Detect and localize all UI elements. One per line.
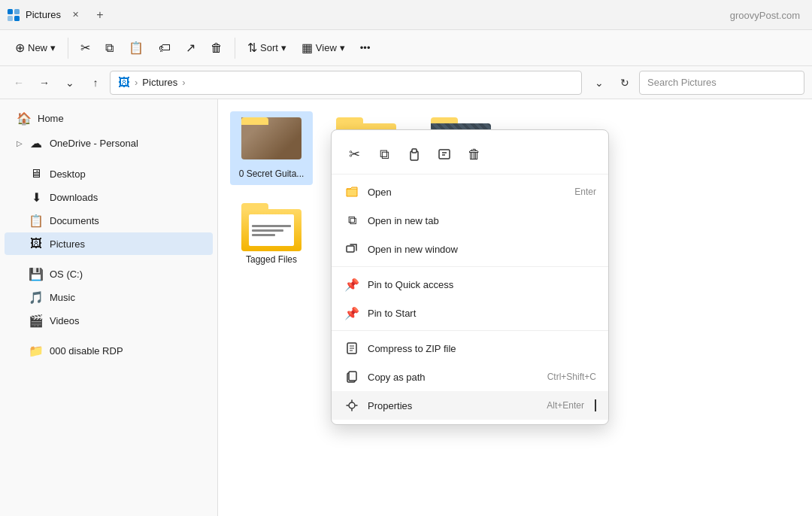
sidebar-item-music[interactable]: 🎵 Music 📌 (5, 286, 213, 308)
ctx-copy-path[interactable]: Copy as path Ctrl+Shift+C (332, 363, 608, 391)
ctx-pin-start[interactable]: 📌 Pin to Start (332, 299, 608, 327)
documents-icon: 📋 (29, 213, 44, 228)
ctx-open-shortcut: Enter (574, 187, 596, 197)
svg-rect-15 (349, 372, 356, 381)
ctx-open-new-window-label: Open in new window (368, 244, 596, 255)
context-menu-icon-row: ✂ ⧉ 🗑 (332, 135, 608, 175)
paste-button[interactable]: 📋 (123, 37, 150, 59)
ctx-delete-button[interactable]: 🗑 (461, 141, 488, 168)
sidebar-documents-label: Documents (50, 215, 183, 226)
file-item-guitar[interactable]: 0 Secret Guita... (230, 111, 313, 185)
copy-button[interactable]: ⧉ (99, 38, 120, 59)
ctx-open-new-tab-icon: ⧉ (344, 212, 360, 229)
divider-2 (235, 38, 235, 59)
svg-rect-6 (439, 150, 450, 159)
tab: Pictures ✕ (6, 8, 86, 23)
delete-icon: 🗑 (211, 41, 223, 55)
sidebar-item-home[interactable]: 🏠 Home (5, 106, 213, 130)
context-menu: ✂ ⧉ 🗑 Open Enter ⧉ Open in n (331, 129, 609, 425)
sidebar-000rdp-label: 000 disable RDP (50, 345, 201, 357)
svg-rect-1 (14, 9, 20, 14)
sidebar-item-downloads[interactable]: ⬇ Downloads 📌 (5, 186, 213, 208)
sidebar-item-desktop[interactable]: 🖥 Desktop 📌 (5, 162, 213, 185)
file-label-tagged: Tagged Files (246, 254, 297, 265)
ctx-pin-start-icon: 📌 (344, 305, 360, 321)
file-label-guitar: 0 Secret Guita... (239, 168, 304, 179)
ctx-compress[interactable]: Compress to ZIP file (332, 334, 608, 363)
tab-add-button[interactable]: + (89, 8, 111, 23)
sort-button[interactable]: ⇅ Sort ▾ (241, 37, 292, 59)
ctx-open-new-tab-label: Open in new tab (368, 215, 596, 226)
sidebar-item-000rdp[interactable]: 📁 000 disable RDP (5, 339, 213, 362)
ctx-paste-button[interactable] (401, 141, 428, 168)
expand-button[interactable]: ⌄ (588, 71, 611, 94)
more-label: ••• (360, 42, 371, 53)
sort-icon: ⇅ (247, 41, 257, 55)
pictures-icon: 🖼 (29, 236, 44, 251)
ctx-copy-path-shortcut: Ctrl+Shift+C (547, 372, 596, 382)
search-box[interactable]: Search Pictures (639, 71, 804, 95)
desktop-icon: 🖥 (29, 166, 44, 181)
ctx-open[interactable]: Open Enter (332, 178, 608, 206)
sidebar-onedrive-label: OneDrive - Personal (50, 138, 201, 149)
sidebar-item-osc[interactable]: 💾 OS (C:) 📌 (5, 263, 213, 285)
tab-close-button[interactable]: ✕ (65, 8, 86, 23)
up-button[interactable]: ↑ (84, 71, 107, 94)
folder-icon-guitar (241, 117, 301, 165)
svg-rect-3 (14, 16, 20, 21)
back-button[interactable]: ← (8, 71, 30, 94)
sort-label: Sort (260, 42, 278, 53)
new-dropdown-icon: ▾ (50, 42, 56, 53)
ctx-pin-quick[interactable]: 📌 Pin to Quick access (332, 270, 608, 299)
address-folder-icon: 🖼 (118, 76, 130, 90)
content-area: 0 Secret Guita... Icons Saved Pictur (218, 99, 812, 516)
sidebar-item-documents[interactable]: 📋 Documents 📌 (5, 209, 213, 232)
file-item-tagged[interactable]: Tagged Files (230, 197, 313, 271)
ctx-copy-button[interactable]: ⧉ (371, 141, 398, 168)
recent-locations-button[interactable]: ⌄ (59, 71, 81, 94)
forward-button[interactable]: → (33, 71, 56, 94)
address-bar[interactable]: 🖼 › Pictures › (110, 71, 582, 95)
view-button[interactable]: ▦ View ▾ (295, 37, 351, 59)
sort-dropdown-icon: ▾ (281, 42, 286, 53)
ctx-open-new-window[interactable]: Open in new window (332, 235, 608, 263)
delete-button[interactable]: 🗑 (205, 38, 229, 59)
ctx-copy-path-label: Copy as path (368, 372, 540, 383)
view-icon: ▦ (301, 41, 313, 55)
sidebar-item-onedrive[interactable]: ▷ ☁ OneDrive - Personal (5, 131, 213, 155)
address-chevron: › (135, 77, 138, 88)
ctx-divider-1 (332, 266, 608, 267)
ctx-properties[interactable]: Properties Alt+Enter (332, 391, 608, 420)
sidebar-item-videos[interactable]: 🎬 Videos 📌 (5, 309, 213, 332)
ctx-properties-label: Properties (368, 400, 539, 411)
sidebar-videos-label: Videos (50, 315, 183, 326)
new-button[interactable]: ⊕ New ▾ (9, 37, 62, 59)
rename-button[interactable]: 🏷 (153, 38, 177, 59)
home-icon: 🏠 (17, 111, 32, 126)
more-button[interactable]: ••• (354, 38, 377, 57)
ctx-open-new-tab[interactable]: ⧉ Open in new tab (332, 206, 608, 235)
ctx-rename-button[interactable] (431, 141, 458, 168)
svg-rect-2 (8, 16, 13, 21)
address-right: ⌄ ↻ (588, 71, 636, 94)
watermark: groovyPost.com (730, 9, 800, 20)
cut-button[interactable]: ✂ (74, 37, 96, 59)
share-icon: ↗ (186, 41, 195, 55)
folder-icon-tagged (241, 203, 301, 251)
address-chevron-2: › (182, 77, 185, 88)
ctx-open-new-window-icon (344, 241, 360, 257)
ctx-open-icon (344, 184, 360, 200)
sidebar-desktop-label: Desktop (50, 168, 183, 180)
ctx-pin-quick-label: Pin to Quick access (368, 279, 596, 290)
ctx-cut-button[interactable]: ✂ (341, 141, 368, 168)
folder-000-icon: 📁 (29, 343, 44, 358)
ctx-divider-2 (332, 330, 608, 331)
ctx-copy-path-icon (344, 369, 360, 385)
share-button[interactable]: ↗ (180, 37, 201, 59)
downloads-icon: ⬇ (29, 190, 44, 205)
videos-icon: 🎬 (29, 313, 44, 328)
sidebar-item-pictures[interactable]: 🖼 Pictures 📌 (5, 232, 213, 255)
svg-rect-0 (8, 9, 13, 14)
refresh-button[interactable]: ↻ (614, 71, 636, 94)
divider-1 (68, 38, 68, 59)
